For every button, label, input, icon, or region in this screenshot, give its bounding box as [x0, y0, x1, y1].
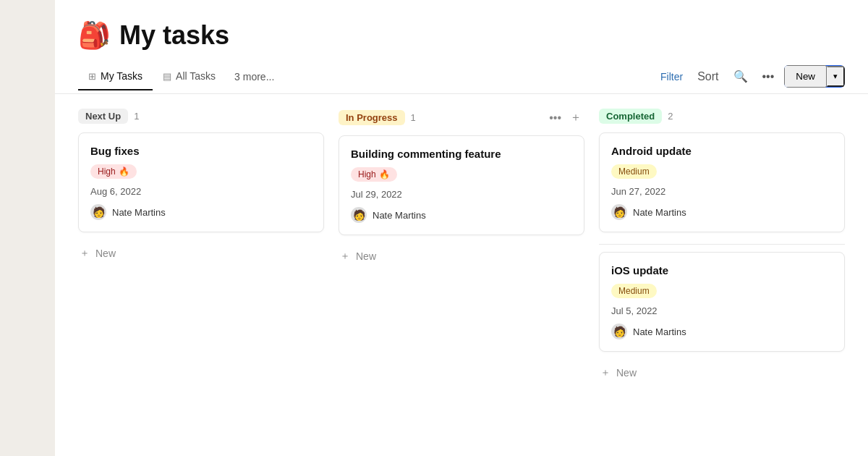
main-content: 🎒 My tasks ⊞ My Tasks ▤ All Tasks 3 more… [55, 0, 868, 456]
divider-completed [599, 244, 845, 245]
priority-badge-ios: Medium [611, 284, 657, 298]
task-assignee-android: 🧑 Nate Martins [611, 204, 833, 220]
column-header-next-up: Next Up 1 [78, 109, 324, 124]
priority-badge-commenting: High 🔥 [351, 167, 397, 182]
avatar-android: 🧑 [611, 204, 627, 220]
column-completed: Completed 2 Android update Medium Jun 27… [599, 109, 845, 442]
more-options-button[interactable]: ••• [758, 67, 779, 86]
avatar-commenting: 🧑 [351, 207, 367, 223]
tab-all-tasks[interactable]: ▤ All Tasks [153, 63, 226, 90]
priority-label-ios: Medium [618, 286, 650, 296]
priority-emoji-commenting: 🔥 [379, 169, 390, 180]
search-button[interactable]: 🔍 [729, 67, 752, 86]
add-icon-in-progress: ＋ [340, 250, 350, 263]
tab-icon-all-tasks: ▤ [163, 71, 171, 82]
tab-bar: ⊞ My Tasks ▤ All Tasks 3 more... [78, 63, 656, 90]
page-emoji: 🎒 [78, 20, 111, 51]
column-count-completed: 2 [668, 111, 673, 122]
assignee-name-bug-fixes: Nate Martins [112, 207, 166, 218]
column-title-next-up: Next Up [78, 109, 128, 124]
avatar-ios: 🧑 [611, 324, 627, 339]
page-title: My tasks [119, 20, 229, 51]
task-title-ios: iOS update [611, 264, 833, 276]
column-count-next-up: 1 [134, 111, 139, 122]
task-assignee-bug-fixes: 🧑 Nate Martins [90, 204, 312, 220]
priority-label-commenting: High [358, 169, 376, 180]
column-in-progress: In Progress 1 ••• ＋ Building commenting … [339, 109, 584, 442]
task-title-android: Android update [611, 145, 833, 157]
priority-label-android: Medium [618, 166, 650, 177]
task-date-bug-fixes: Aug 6, 2022 [90, 186, 312, 197]
add-label-next-up: New [95, 248, 116, 259]
assignee-name-ios: Nate Martins [633, 326, 686, 337]
new-button-chevron[interactable]: ▾ [827, 66, 845, 87]
column-actions-in-progress: ••• ＋ [546, 109, 584, 127]
priority-emoji-bug-fixes: 🔥 [119, 166, 129, 177]
tab-icon-my-tasks: ⊞ [88, 71, 96, 82]
add-icon-next-up: ＋ [80, 247, 90, 260]
task-title-bug-fixes: Bug fixes [90, 145, 312, 157]
add-new-completed[interactable]: ＋ New [599, 362, 845, 384]
task-assignee-commenting: 🧑 Nate Martins [351, 207, 572, 223]
assignee-name-commenting: Nate Martins [373, 210, 426, 221]
priority-badge-bug-fixes: High 🔥 [90, 164, 137, 179]
column-count-in-progress: 1 [411, 112, 416, 123]
task-card-ios[interactable]: iOS update Medium Jul 5, 2022 🧑 Nate Mar… [599, 252, 845, 352]
task-card-bug-fixes[interactable]: Bug fixes High 🔥 Aug 6, 2022 🧑 Nate Mart… [78, 132, 324, 232]
task-date-ios: Jul 5, 2022 [611, 305, 833, 316]
column-title-in-progress: In Progress [339, 110, 405, 125]
page-header: 🎒 My tasks [55, 0, 868, 59]
add-label-in-progress: New [356, 250, 376, 262]
tab-my-tasks[interactable]: ⊞ My Tasks [78, 63, 153, 90]
assignee-name-android: Nate Martins [633, 207, 686, 218]
sort-button[interactable]: Sort [693, 67, 723, 86]
task-title-commenting: Building commenting feature [351, 148, 572, 160]
tab-more[interactable]: 3 more... [226, 64, 283, 90]
tab-all-tasks-label: All Tasks [176, 70, 216, 82]
column-add-btn-in-progress[interactable]: ＋ [567, 109, 584, 127]
add-label-completed: New [616, 367, 637, 379]
task-card-commenting[interactable]: Building commenting feature High 🔥 Jul 2… [339, 135, 584, 235]
tab-my-tasks-label: My Tasks [101, 70, 142, 82]
add-new-next-up[interactable]: ＋ New [78, 242, 324, 264]
add-icon-completed: ＋ [600, 366, 610, 379]
toolbar: ⊞ My Tasks ▤ All Tasks 3 more... Filter … [55, 59, 868, 94]
new-button-group: New ▾ [784, 65, 845, 88]
board: Next Up 1 Bug fixes High 🔥 Aug 6, 2022 🧑… [55, 94, 868, 456]
avatar-bug-fixes: 🧑 [90, 204, 106, 220]
column-header-in-progress: In Progress 1 ••• ＋ [339, 109, 584, 127]
filter-button[interactable]: Filter [656, 68, 687, 85]
task-assignee-ios: 🧑 Nate Martins [611, 324, 833, 339]
column-next-up: Next Up 1 Bug fixes High 🔥 Aug 6, 2022 🧑… [78, 109, 324, 442]
column-header-completed: Completed 2 [599, 109, 845, 124]
task-date-commenting: Jul 29, 2022 [351, 189, 572, 200]
task-card-android[interactable]: Android update Medium Jun 27, 2022 🧑 Nat… [599, 132, 845, 232]
add-new-in-progress[interactable]: ＋ New [339, 245, 584, 267]
priority-badge-android: Medium [611, 164, 657, 179]
sidebar [0, 0, 55, 456]
task-date-android: Jun 27, 2022 [611, 186, 833, 197]
new-button[interactable]: New [784, 65, 827, 88]
toolbar-actions: Filter Sort 🔍 ••• New ▾ [656, 59, 845, 93]
column-title-completed: Completed [599, 109, 662, 124]
priority-label-bug-fixes: High [98, 166, 116, 177]
column-more-btn-in-progress[interactable]: ••• [546, 109, 564, 127]
